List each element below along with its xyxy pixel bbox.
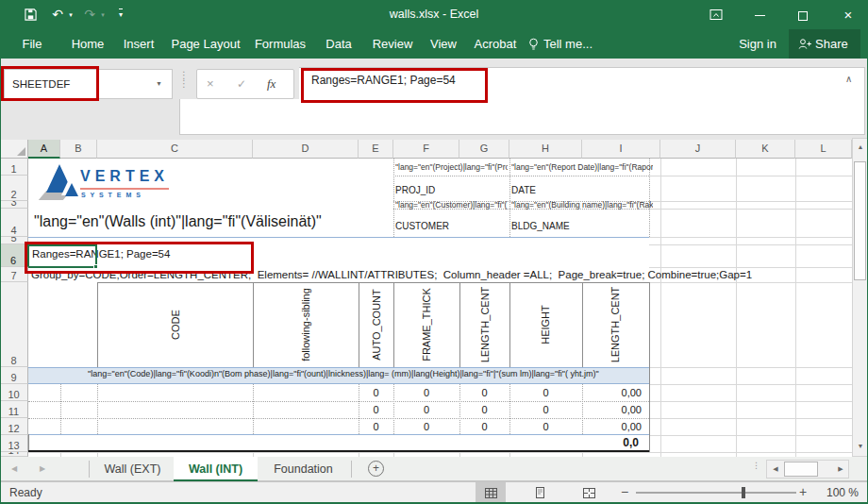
cell-i12[interactable]: 0,00 xyxy=(582,418,642,435)
sheet-nav-left-icon[interactable]: ◀ xyxy=(11,457,17,481)
cell-i13-total[interactable]: 0,0 xyxy=(582,434,639,451)
formula-bar-collapse-icon[interactable]: ∧ xyxy=(845,74,852,84)
close-button[interactable]: × xyxy=(834,0,862,29)
column-header-a[interactable]: A xyxy=(28,140,60,159)
tab-acrobat[interactable]: Acrobat xyxy=(468,29,523,59)
minimize-button[interactable] xyxy=(745,0,774,29)
zoom-out-button[interactable]: − xyxy=(621,481,628,504)
scroll-down-icon[interactable]: ▼ xyxy=(855,443,866,456)
tab-data[interactable]: Data xyxy=(317,29,360,59)
column-header-d[interactable]: D xyxy=(253,140,359,159)
tab-file[interactable]: File xyxy=(11,29,53,59)
tab-review[interactable]: Review xyxy=(366,29,419,59)
select-all-corner[interactable] xyxy=(0,140,28,159)
scroll-right-icon[interactable]: ▶ xyxy=(834,461,847,478)
sheet-tab-foundation[interactable]: Foundation xyxy=(259,457,347,481)
scroll-up-icon[interactable]: ▲ xyxy=(855,143,866,157)
cell-h3[interactable]: "lang="en"(Building name)|lang="fi"(Rake… xyxy=(511,200,653,210)
sheet-nav-right-icon[interactable]: ▶ xyxy=(40,457,45,481)
column-header-frame-thick[interactable]: FRAME_THICK xyxy=(421,288,432,361)
column-header-j[interactable]: J xyxy=(660,140,736,159)
column-header-l[interactable]: L xyxy=(795,140,852,159)
cell-i10[interactable]: 0,00 xyxy=(582,384,642,401)
cell-row9-header[interactable]: "lang="en"(Code)|lang="fi"(Koodi)n"(Bom … xyxy=(88,369,599,378)
ribbon-display-options-icon[interactable] xyxy=(702,0,730,29)
cell-g11[interactable]: 0 xyxy=(459,401,509,418)
zoom-level-label[interactable]: 100 % xyxy=(817,481,859,504)
row-header-1[interactable]: 1 xyxy=(0,159,28,176)
cell-a4-title[interactable]: "lang="en"(Walls (int)"|lang="fi"(Välise… xyxy=(34,213,322,230)
cell-e11[interactable]: 0 xyxy=(359,401,393,418)
column-header-auto-count[interactable]: AUTO_COUNT xyxy=(371,289,382,361)
column-header-b[interactable]: B xyxy=(60,140,97,159)
row-header-13[interactable]: 13 xyxy=(0,435,28,452)
cell-e10[interactable]: 0 xyxy=(359,384,393,401)
scroll-left-icon[interactable]: ◀ xyxy=(769,461,782,478)
cell-e12[interactable]: 0 xyxy=(359,418,393,435)
column-header-length-center-1[interactable]: LENGTH_CENT xyxy=(479,287,491,363)
view-page-layout-button[interactable] xyxy=(525,482,555,503)
cell-f3[interactable]: "lang="en"(Customer)|lang="fi"( xyxy=(395,200,508,210)
column-header-h[interactable]: H xyxy=(509,140,582,159)
cell-i11[interactable]: 0,00 xyxy=(582,401,642,418)
cell-h2[interactable]: DATE xyxy=(511,185,536,195)
column-header-k[interactable]: K xyxy=(736,140,795,159)
row-header-3[interactable]: 3 xyxy=(0,201,28,209)
tab-page-layout[interactable]: Page Layout xyxy=(166,29,245,59)
column-header-height[interactable]: HEIGHT xyxy=(540,305,551,344)
row-header-9[interactable]: 9 xyxy=(0,367,28,384)
cancel-icon[interactable]: × xyxy=(207,70,214,98)
cell-f12[interactable]: 0 xyxy=(393,418,459,435)
cell-f4[interactable]: CUSTOMER xyxy=(395,221,449,231)
row-header-2[interactable]: 2 xyxy=(0,176,28,201)
cell-h1[interactable]: "lang="en"(Report Date)|lang="fi"(Raport… xyxy=(511,162,653,172)
cell-h10[interactable]: 0 xyxy=(509,384,582,401)
row-header-10[interactable]: 10 xyxy=(0,384,28,401)
tab-insert[interactable]: Insert xyxy=(115,29,162,59)
sheet-tab-wall-ext[interactable]: Wall (EXT) xyxy=(92,457,173,481)
tabbar-drag-handle[interactable]: ⋮ xyxy=(752,462,760,469)
row-header-8[interactable]: 8 xyxy=(0,282,28,367)
column-header-i[interactable]: I xyxy=(582,140,660,159)
cell-f11[interactable]: 0 xyxy=(393,401,459,418)
cell-f10[interactable]: 0 xyxy=(393,384,459,401)
zoom-slider-track[interactable] xyxy=(636,492,796,494)
sheet-tab-wall-int[interactable]: Wall (INT) xyxy=(174,457,258,481)
view-page-break-button[interactable] xyxy=(574,482,604,503)
maximize-button[interactable] xyxy=(789,0,817,29)
horizontal-scrollbar[interactable]: ◀ ▶ xyxy=(766,460,849,479)
row-header-4[interactable]: 4 xyxy=(0,209,28,237)
vertical-scroll-thumb[interactable] xyxy=(854,161,866,280)
add-sheet-button[interactable]: + xyxy=(368,461,384,477)
column-header-g[interactable]: G xyxy=(459,140,509,159)
cell-f2[interactable]: PROJ_ID xyxy=(395,185,435,195)
row-header-12[interactable]: 12 xyxy=(0,418,28,435)
column-header-c[interactable]: C xyxy=(97,140,253,159)
zoom-slider-thumb[interactable] xyxy=(742,487,745,498)
cell-f1[interactable]: "lang="en"(Project)|lang="fi"(Pro xyxy=(395,162,508,172)
fx-icon[interactable]: fx xyxy=(267,70,275,98)
enter-icon[interactable]: ✓ xyxy=(237,70,246,98)
horizontal-scroll-thumb[interactable] xyxy=(784,462,818,477)
tell-me-box[interactable]: Tell me... xyxy=(543,29,600,59)
vertical-scrollbar[interactable]: ▲ ▼ xyxy=(852,138,868,457)
sign-in-link[interactable]: Sign in xyxy=(734,29,781,59)
row-header-11[interactable]: 11 xyxy=(0,401,28,418)
tab-view[interactable]: View xyxy=(423,29,464,59)
view-normal-button[interactable] xyxy=(476,482,506,503)
tab-home[interactable]: Home xyxy=(64,29,111,59)
name-box-dropdown-icon[interactable]: ▼ xyxy=(156,70,162,98)
row-header-14[interactable]: 14 xyxy=(0,452,28,457)
tab-formulas[interactable]: Formulas xyxy=(249,29,311,59)
cell-h12[interactable]: 0 xyxy=(509,418,582,435)
zoom-in-button[interactable]: + xyxy=(799,481,807,504)
column-header-code[interactable]: CODE xyxy=(170,310,181,340)
cell-g12[interactable]: 0 xyxy=(459,418,509,435)
formula-bar-drag-handle[interactable]: ⋮⋮ xyxy=(179,71,189,88)
column-header-e[interactable]: E xyxy=(359,140,393,159)
column-header-following-sibling[interactable]: following-sibling xyxy=(300,288,311,361)
cell-h11[interactable]: 0 xyxy=(509,401,582,418)
cell-g10[interactable]: 0 xyxy=(459,384,509,401)
share-button[interactable]: Share xyxy=(789,29,860,59)
cell-h4[interactable]: BLDG_NAME xyxy=(511,221,570,231)
